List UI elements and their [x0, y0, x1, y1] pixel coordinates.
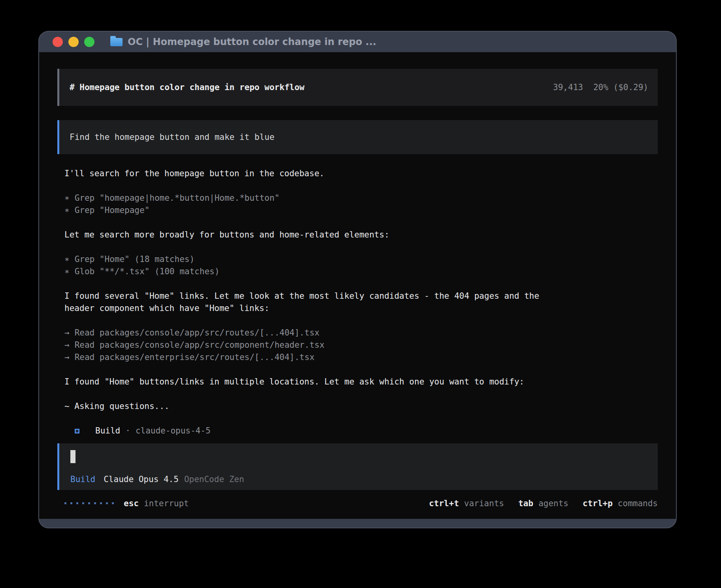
model-row: Build Claude Opus 4.5 OpenCode Zen	[70, 475, 647, 484]
session-stats: 39,413 20% ($0.29)	[553, 83, 648, 92]
minimize-button[interactable]	[68, 37, 79, 47]
hint-label: variants	[464, 499, 504, 508]
terminal-content: # Homepage button color change in repo w…	[39, 52, 676, 519]
spinner-dots	[64, 502, 114, 504]
input-provider-label: OpenCode Zen	[184, 475, 244, 484]
read-call-text: Read packages/console/app/src/routes/[..…	[75, 328, 320, 337]
read-call-text: Read packages/console/app/src/component/…	[75, 340, 325, 350]
assistant-text: I found several "Home" links. Let me loo…	[64, 290, 658, 302]
assistant-message: I found several "Home" links. Let me loo…	[64, 290, 658, 315]
tool-bullet-icon: ∗	[64, 253, 70, 266]
zoom-button[interactable]	[84, 37, 94, 47]
conversation: I'll search for the homepage button in t…	[57, 168, 658, 437]
tool-bullet-icon: ∗	[64, 204, 70, 217]
folder-icon	[110, 38, 123, 46]
tool-call-group: ∗Grep "Home" (18 matches) ∗Glob "**/*.ts…	[64, 253, 658, 278]
assistant-message: I found "Home" buttons/links in multiple…	[64, 376, 658, 388]
task-row: Build · claude-opus-4-5	[64, 425, 658, 437]
status-left: esc interrupt	[64, 499, 189, 508]
status-bar: esc interrupt ctrl+t variants tab agents…	[57, 497, 658, 509]
hint-commands: ctrl+p commands	[583, 499, 658, 508]
window-titlebar: OC | Homepage button color change in rep…	[39, 32, 676, 52]
tool-call-group: ∗Grep "homepage|home.*button|Home.*butto…	[64, 192, 658, 217]
esc-label: interrupt	[144, 499, 189, 508]
session-header: # Homepage button color change in repo w…	[57, 69, 658, 106]
read-call-text: Read packages/enterprise/src/routes/[...…	[75, 352, 315, 362]
read-call-line: →Read packages/enterprise/src/routes/[..…	[64, 351, 658, 364]
input-model-label: Claude Opus 4.5	[104, 475, 179, 484]
tool-call-text: Grep "Homepage"	[75, 205, 150, 215]
tool-call-line: ∗Glob "**/*.tsx" (100 matches)	[64, 266, 658, 278]
read-call-line: →Read packages/console/app/src/component…	[64, 339, 658, 351]
hint-key: ctrl+t	[429, 499, 459, 508]
read-arrow-icon: →	[64, 339, 70, 351]
tool-call-text: Grep "Home" (18 matches)	[75, 254, 194, 264]
assistant-text: I found "Home" buttons/links in multiple…	[64, 376, 658, 388]
assistant-text: I'll search for the homepage button in t…	[64, 168, 658, 180]
tool-call-line: ∗Grep "homepage|home.*button|Home.*butto…	[64, 192, 658, 204]
assistant-text: Let me search more broadly for buttons a…	[64, 229, 658, 241]
assistant-status-message: ~ Asking questions...	[64, 400, 658, 413]
window-title: OC | Homepage button color change in rep…	[128, 36, 376, 47]
user-message-panel: Find the homepage button and make it blu…	[57, 120, 658, 154]
assistant-text: ~ Asking questions...	[64, 400, 658, 413]
hint-key: ctrl+p	[583, 499, 613, 508]
close-button[interactable]	[53, 37, 63, 47]
tool-bullet-icon: ∗	[64, 266, 70, 278]
read-arrow-icon: →	[64, 327, 70, 339]
task-status-icon	[75, 429, 79, 433]
task-model-id: claude-opus-4-5	[136, 425, 211, 437]
hint-key: tab	[518, 499, 533, 508]
tool-bullet-icon: ∗	[64, 192, 70, 204]
hint-label: agents	[538, 499, 568, 508]
context-usage: 20% ($0.29)	[593, 83, 648, 92]
esc-key: esc	[124, 499, 139, 508]
task-agent-name: Build	[95, 425, 120, 437]
task-separator: ·	[125, 425, 130, 437]
hint-label: commands	[618, 499, 658, 508]
tool-call-line: ∗Grep "Homepage"	[64, 204, 658, 217]
status-right: ctrl+t variants tab agents ctrl+p comman…	[429, 499, 658, 508]
read-call-group: →Read packages/console/app/src/routes/[.…	[64, 327, 658, 364]
prompt-input[interactable]: Build Claude Opus 4.5 OpenCode Zen	[57, 443, 658, 490]
window-footer	[39, 519, 676, 528]
read-arrow-icon: →	[64, 351, 70, 364]
hint-agents: tab agents	[518, 499, 568, 508]
text-cursor	[70, 450, 75, 463]
tool-call-text: Glob "**/*.tsx" (100 matches)	[75, 267, 220, 276]
user-message-text: Find the homepage button and make it blu…	[70, 132, 274, 142]
terminal-window: OC | Homepage button color change in rep…	[38, 31, 677, 528]
token-count: 39,413	[553, 83, 583, 92]
assistant-text: header component which have "Home" links…	[64, 302, 658, 315]
tool-call-text: Grep "homepage|home.*button|Home.*button…	[75, 193, 279, 203]
hint-variants: ctrl+t variants	[429, 499, 504, 508]
tool-call-line: ∗Grep "Home" (18 matches)	[64, 253, 658, 266]
input-agent-label: Build	[70, 475, 95, 484]
assistant-message: I'll search for the homepage button in t…	[64, 168, 658, 180]
read-call-line: →Read packages/console/app/src/routes/[.…	[64, 327, 658, 339]
session-title: # Homepage button color change in repo w…	[70, 83, 304, 92]
assistant-message: Let me search more broadly for buttons a…	[64, 229, 658, 241]
